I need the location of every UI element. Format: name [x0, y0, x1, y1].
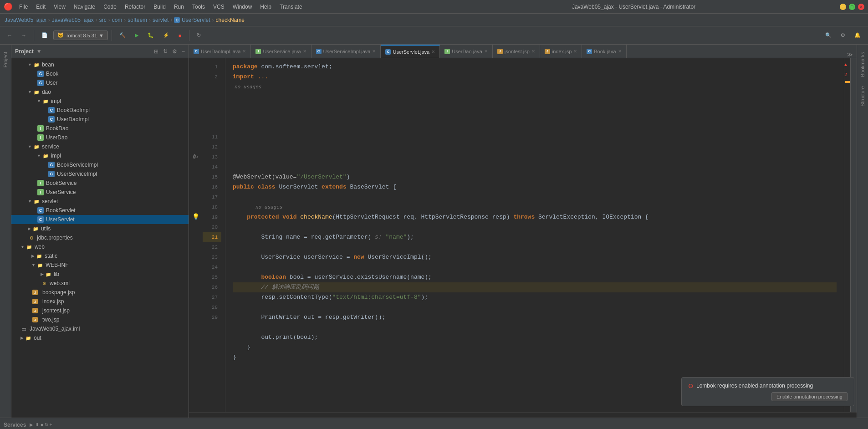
menu-edit[interactable]: Edit — [32, 2, 49, 12]
tomcat-button[interactable]: 🐱 Tomcat 8.5.31 ▼ — [53, 31, 108, 40]
tab-close-icon[interactable]: ✕ — [372, 49, 376, 54]
tree-item-indexjsp[interactable]: J index.jsp — [11, 297, 189, 306]
build-button[interactable]: 🔨 — [116, 31, 129, 40]
tab-userserviceimpl[interactable]: C UserServiceImpl.java ✕ — [311, 45, 381, 58]
menu-run[interactable]: Run — [170, 2, 188, 12]
tab-userdaoimpl[interactable]: C UserDaoImpl.java ✕ — [189, 45, 251, 58]
tree-item-bookdaoimpl[interactable]: C BookDaoImpl — [11, 106, 189, 115]
tab-userservice[interactable]: I UserService.java ✕ — [251, 45, 311, 58]
tab-close-icon[interactable]: ✕ — [531, 49, 535, 54]
tab-close-icon[interactable]: ✕ — [573, 49, 577, 54]
tree-item-book[interactable]: C Book — [11, 69, 189, 78]
back-button[interactable]: ← — [4, 31, 16, 40]
tab-close-icon[interactable]: ✕ — [431, 49, 435, 54]
tree-item-bookdao[interactable]: I BookDao — [11, 124, 189, 133]
code-content[interactable]: package com.softeem.servlet; import ... … — [225, 58, 844, 412]
debug-button[interactable]: 🐛 — [144, 31, 158, 40]
tree-item-userserviceimpl[interactable]: C UserServiceImpl — [11, 169, 189, 179]
tree-item-userdaoimpl[interactable]: C UserDaoImpl — [11, 115, 189, 124]
settings-icon[interactable]: ⚙ — [172, 48, 177, 55]
recent-files-button[interactable]: 📄 — [38, 31, 51, 40]
menu-build[interactable]: Build — [150, 2, 169, 12]
tree-item-bookservice[interactable]: I BookService — [11, 179, 189, 188]
tree-item-iml[interactable]: 🗃 JavaWeb05_ajax.iml — [11, 324, 189, 333]
services-label[interactable]: Services — [4, 422, 26, 428]
tree-item-dao-impl[interactable]: ▼ 📁 impl — [11, 97, 189, 106]
settings-button[interactable]: ⚙ — [837, 31, 849, 40]
menu-tools[interactable]: Tools — [189, 2, 209, 12]
tree-item-bookserviceimpl[interactable]: C BookServiceImpl — [11, 160, 189, 169]
tab-close-icon[interactable]: ✕ — [618, 49, 622, 54]
bookmarks-tab[interactable]: Bookmarks — [858, 48, 867, 81]
gutter-line — [189, 112, 203, 122]
enable-annotation-button[interactable]: Enable annotation processing — [771, 392, 848, 401]
search-button[interactable]: 🔍 — [822, 31, 835, 40]
tree-item-bookservlet[interactable]: C BookServlet — [11, 206, 189, 215]
bc-method[interactable]: checkName — [216, 17, 245, 23]
tree-item-utils[interactable]: ▶ 📁 utils — [11, 224, 189, 233]
close-panel-icon[interactable]: − — [182, 48, 185, 55]
tree-item-static[interactable]: ▶ 📁 static — [11, 251, 189, 260]
tab-index[interactable]: J index.jsp ✕ — [540, 45, 582, 58]
tree-item-jsontest[interactable]: J jsontest.jsp — [11, 306, 189, 315]
tab-close-icon[interactable]: ✕ — [303, 49, 306, 54]
notification-button[interactable]: 🔔 — [851, 31, 864, 40]
menu-vcs[interactable]: VCS — [209, 2, 228, 12]
tab-userdao[interactable]: I UserDao.java ✕ — [440, 45, 493, 58]
menu-translate[interactable]: Translate — [276, 2, 306, 12]
menu-file[interactable]: File — [15, 2, 31, 12]
tree-item-servlet[interactable]: ▼ 📁 servlet — [11, 197, 189, 206]
run-button[interactable]: ▶ — [131, 31, 142, 40]
project-tab[interactable]: Project — [1, 48, 10, 71]
run-with-coverage[interactable]: ⚡ — [159, 31, 173, 40]
minimize-button[interactable]: ─ — [840, 4, 846, 10]
tree-item-lib[interactable]: ▶ 📁 lib — [11, 270, 189, 279]
structure-tab[interactable]: Structure — [858, 82, 867, 110]
tree-item-out[interactable]: ▶ 📁 out — [11, 333, 189, 342]
sort-icon[interactable]: ⇅ — [163, 48, 168, 55]
tab-close-icon[interactable]: ✕ — [484, 49, 488, 54]
tree-item-bean[interactable]: ▼ 📁 bean — [11, 60, 189, 69]
tree-item-webinf[interactable]: ▼ 📁 WEB-INF — [11, 260, 189, 270]
menu-navigate[interactable]: Navigate — [70, 2, 99, 12]
tree-item-dao[interactable]: ▼ 📁 dao — [11, 87, 189, 97]
bc-servlet-pkg[interactable]: servlet — [153, 17, 168, 23]
tab-close-icon[interactable]: ✕ — [242, 49, 246, 54]
maximize-button[interactable]: □ — [849, 4, 855, 10]
tree-item-jdbc[interactable]: ⚙ jdbc.properties — [11, 233, 189, 242]
tree-item-userservlet[interactable]: C UserServlet — [11, 215, 189, 224]
menu-code[interactable]: Code — [100, 2, 120, 12]
stop-button[interactable]: ■ — [175, 31, 185, 40]
bc-com[interactable]: com — [112, 17, 123, 23]
bc-module[interactable]: JavaWeb05_ajax — [52, 17, 94, 23]
bc-softeem[interactable]: softeem — [128, 17, 147, 23]
tree-item-userservice[interactable]: I UserService — [11, 188, 189, 197]
close-button[interactable]: ✕ — [858, 4, 864, 10]
horizontal-scrollbar[interactable] — [189, 412, 857, 418]
menu-view[interactable]: View — [50, 2, 69, 12]
tree-item-web[interactable]: ▼ 📁 web — [11, 242, 189, 251]
bc-src[interactable]: src — [99, 17, 107, 23]
tab-bookjava[interactable]: C Book.java ✕ — [582, 45, 626, 58]
tabs-overflow[interactable]: ≫ — [843, 51, 857, 58]
menu-window[interactable]: Window — [229, 2, 256, 12]
tab-userservlet[interactable]: C UserServlet.java ✕ — [381, 45, 440, 58]
update-button[interactable]: ↻ — [193, 31, 204, 40]
tree-item-user[interactable]: C User — [11, 78, 189, 87]
services-tools[interactable]: ▶ ⏸ ■ ↻ + — [30, 422, 52, 427]
tree-item-service[interactable]: ▼ 📁 service — [11, 142, 189, 151]
menu-refactor[interactable]: Refactor — [121, 2, 149, 12]
tab-jsontest[interactable]: J jsontest.jsp ✕ — [493, 45, 540, 58]
menu-help[interactable]: Help — [256, 2, 275, 12]
bc-class-name[interactable]: UserServlet — [182, 17, 210, 23]
tree-item-bookpage[interactable]: J bookpage.jsp — [11, 288, 189, 297]
editor-scrollbar[interactable]: ▲ 2 — [844, 58, 850, 412]
bc-project[interactable]: JavaWeb05_ajax — [5, 17, 46, 23]
tree-item-two[interactable]: J two.jsp — [11, 315, 189, 324]
tree-item-userdao[interactable]: I UserDao — [11, 133, 189, 142]
forward-button[interactable]: → — [18, 31, 30, 40]
gutter-warning[interactable]: 💡 — [189, 212, 203, 222]
tree-item-webxml[interactable]: ⚙ web.xml — [11, 279, 189, 288]
scope-icon[interactable]: ⊞ — [154, 48, 158, 55]
tree-item-service-impl[interactable]: ▼ 📁 impl — [11, 151, 189, 160]
